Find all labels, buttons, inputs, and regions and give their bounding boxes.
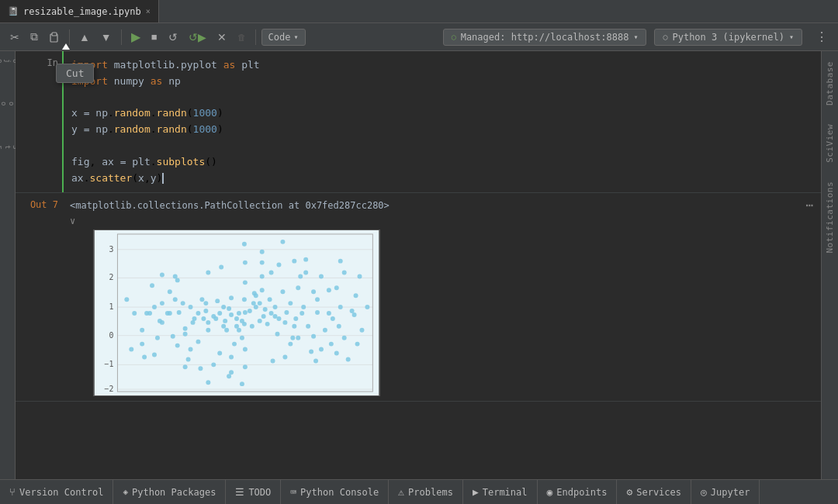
terminal-label: Terminal [483, 487, 528, 498]
svg-point-127 [301, 305, 306, 309]
svg-point-20 [227, 306, 231, 311]
svg-text:−2: −2 [105, 385, 114, 393]
interrupt-button[interactable]: ■ [147, 28, 161, 46]
svg-point-157 [303, 271, 308, 275]
svg-point-94 [240, 382, 244, 387]
svg-point-21 [250, 324, 255, 329]
output-prompt: Out 7 [16, 193, 62, 401]
packages-icon: ◈ [123, 487, 128, 497]
python-console-button[interactable]: ⌨ Python Console [281, 480, 389, 504]
svg-point-104 [237, 311, 241, 316]
mouse-cursor [62, 43, 70, 51]
svg-point-34 [221, 324, 226, 329]
endpoints-icon: ◉ [547, 486, 553, 498]
svg-point-32 [240, 336, 244, 340]
svg-text:3: 3 [109, 245, 114, 254]
svg-point-132 [183, 326, 188, 331]
svg-point-95 [338, 259, 343, 264]
svg-point-98 [124, 298, 129, 302]
jupyter-button[interactable]: ◎ Jupyter [691, 480, 760, 504]
output-content-area: <matplotlib.collections.PathCollection a… [62, 193, 821, 401]
svg-point-111 [254, 294, 258, 299]
svg-point-101 [280, 240, 285, 244]
tab-close-button[interactable]: × [146, 7, 151, 16]
server-selector[interactable]: ○ Managed: http://localhost:8888 ▾ [443, 29, 647, 46]
svg-point-44 [206, 328, 210, 333]
endpoints-button[interactable]: ◉ Endpoints [538, 480, 618, 504]
svg-point-69 [319, 347, 324, 352]
svg-point-112 [234, 324, 239, 329]
console-label: Python Console [300, 487, 379, 498]
svg-point-73 [334, 286, 339, 291]
svg-text:0: 0 [109, 331, 114, 340]
output-more-button[interactable]: ⋯ [805, 198, 813, 212]
svg-point-154 [140, 342, 144, 347]
svg-point-68 [211, 363, 216, 368]
svg-point-39 [243, 281, 248, 285]
delete-button[interactable]: 🗑 [234, 29, 250, 45]
sciview-panel-tab[interactable]: SciView [822, 118, 838, 169]
svg-rect-2 [95, 230, 379, 395]
cut-button[interactable]: ✂ [6, 28, 23, 47]
svg-point-122 [206, 320, 210, 325]
copy-button[interactable]: ⧉ [26, 27, 42, 47]
svg-point-129 [306, 324, 310, 329]
paste-button[interactable] [45, 29, 64, 46]
python-packages-button[interactable]: ◈ Python Packages [113, 480, 226, 504]
services-button[interactable]: ⚙ Services [617, 480, 691, 504]
svg-point-86 [140, 328, 144, 333]
svg-point-109 [263, 307, 268, 312]
restart-button[interactable]: ↺ [164, 28, 182, 47]
problems-label: Problems [408, 487, 453, 498]
svg-point-70 [175, 278, 180, 283]
svg-point-41 [292, 324, 296, 329]
svg-point-92 [129, 347, 133, 352]
svg-point-60 [183, 332, 188, 337]
svg-point-107 [251, 302, 256, 306]
cell-type-dropdown[interactable]: Code ▾ [261, 29, 306, 46]
cut-tooltip: Cut [56, 64, 94, 83]
kernel-chevron: ▾ [789, 33, 794, 41]
svg-point-133 [296, 286, 300, 291]
cell-code[interactable]: import matplotlib.pyplot as plt import n… [62, 51, 821, 192]
notifications-panel-tab[interactable]: Notifications [822, 175, 838, 260]
move-up-button[interactable]: ▲ [75, 28, 94, 47]
svg-point-114 [221, 305, 226, 309]
svg-point-29 [277, 316, 282, 321]
problems-button[interactable]: ⚠ Problems [389, 480, 463, 504]
output-toggle-button[interactable]: ∨ [70, 216, 813, 226]
svg-point-125 [290, 336, 295, 340]
move-down-button[interactable]: ▼ [97, 28, 116, 47]
server-chevron: ▾ [633, 33, 638, 41]
restart-run-button[interactable]: ↺▶ [185, 28, 210, 47]
tab-notebook[interactable]: 📓 resizable_image.ipynb × [0, 0, 159, 22]
services-icon: ⚙ [626, 486, 632, 498]
console-icon: ⌨ [290, 486, 296, 498]
svg-point-163 [334, 351, 339, 356]
svg-point-23 [269, 311, 274, 316]
server-label: Managed: http://localhost:8888 [461, 32, 629, 43]
kernel-circle-icon: ○ [663, 33, 667, 41]
server-circle-icon: ○ [452, 33, 456, 41]
svg-point-22 [242, 298, 247, 302]
more-menu-button[interactable]: ⋮ [812, 26, 832, 47]
terminal-button[interactable]: ▶ Terminal [463, 480, 538, 504]
right-panel: Database SciView Notifications [821, 51, 838, 479]
run-button[interactable]: ▶ [127, 26, 144, 47]
svg-point-149 [350, 309, 355, 313]
todo-button[interactable]: ☰ TODO [226, 480, 281, 504]
svg-point-27 [265, 322, 270, 326]
svg-point-61 [323, 328, 327, 333]
svg-point-148 [160, 302, 164, 306]
kernel-selector[interactable]: ○ Python 3 (ipykernel) ▾ [654, 29, 802, 46]
svg-point-138 [175, 343, 180, 348]
svg-point-120 [215, 299, 220, 304]
cell-type-chevron: ▾ [293, 33, 298, 41]
database-panel-tab[interactable]: Database [822, 55, 838, 112]
svg-point-75 [292, 259, 296, 264]
version-control-icon: ⑂ [9, 486, 16, 498]
version-control-button[interactable]: ⑂ Version Control [0, 480, 113, 504]
svg-point-64 [189, 347, 193, 352]
clear-button[interactable]: ✕ [213, 28, 230, 47]
svg-text:2: 2 [109, 274, 114, 282]
